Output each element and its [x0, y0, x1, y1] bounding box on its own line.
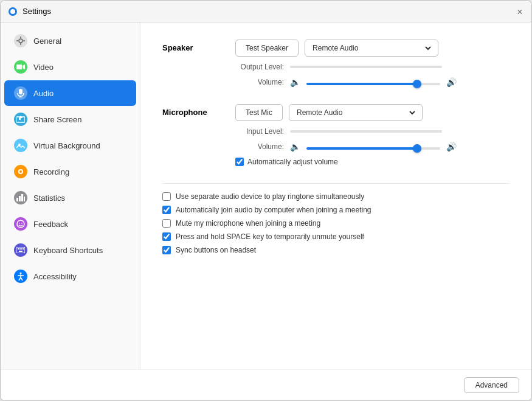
auto-adjust-row: Automatically adjust volume: [235, 158, 510, 166]
sidebar-item-accessibility[interactable]: Accessibility: [4, 263, 136, 289]
microphone-input-level-row: Input Level:: [235, 127, 510, 136]
sidebar-label-keyboard-shortcuts: Keyboard Shortcuts: [33, 246, 103, 255]
settings-window: Settings × General Video: [0, 0, 532, 401]
svg-rect-29: [23, 248, 24, 249]
speaker-volume-label: Volume:: [235, 78, 284, 86]
mute-join-label: Mute my microphone when joining a meetin…: [176, 219, 320, 228]
svg-marker-8: [22, 65, 25, 69]
app-icon: [8, 7, 18, 16]
microphone-row: Microphone Test Mic Remote Audio Input L: [162, 104, 510, 166]
svg-point-22: [17, 220, 24, 228]
sidebar-label-statistics: Statistics: [33, 194, 65, 203]
speaker-row: Speaker Test Speaker Remote Audio Output: [162, 40, 510, 87]
options-section: Use separate audio device to play ringto…: [162, 190, 510, 257]
svg-rect-26: [18, 248, 19, 249]
microphone-dropdown[interactable]: Remote Audio: [289, 104, 423, 121]
speaker-label: Speaker: [162, 40, 235, 52]
svg-point-23: [19, 223, 20, 224]
microphone-section: Microphone Test Mic Remote Audio Input L: [162, 104, 510, 166]
sidebar-label-general: General: [33, 37, 61, 46]
sidebar-label-virtual-background: Virtual Background: [33, 141, 100, 150]
speaker-controls: Test Speaker Remote Audio Output Level:: [235, 40, 510, 87]
speaker-dropdown[interactable]: Remote Audio: [305, 40, 438, 57]
svg-point-31: [20, 273, 22, 274]
sidebar-item-virtual-background[interactable]: Virtual Background: [4, 133, 136, 158]
speaker-volume-slider[interactable]: [306, 83, 440, 85]
microphone-volume-label: Volume:: [235, 142, 284, 151]
auto-adjust-label: Automatically adjust volume: [247, 158, 338, 166]
sidebar-label-recording: Recording: [33, 167, 69, 176]
svg-point-1: [10, 9, 15, 14]
speaker-slider-container: [306, 78, 440, 87]
video-icon: [14, 60, 27, 74]
test-speaker-button[interactable]: Test Speaker: [235, 40, 299, 57]
accessibility-icon: [14, 270, 27, 283]
sidebar-item-audio[interactable]: Audio: [4, 80, 136, 106]
svg-marker-13: [19, 116, 22, 120]
sidebar-label-share-screen: Share Screen: [33, 115, 82, 124]
mute-join-checkbox[interactable]: [162, 219, 171, 228]
svg-rect-7: [16, 65, 22, 69]
svg-rect-25: [16, 247, 25, 253]
microphone-volume-slider[interactable]: [306, 147, 440, 150]
microphone-slider-container: [306, 142, 440, 152]
sidebar-item-share-screen[interactable]: Share Screen: [4, 106, 136, 132]
svg-rect-20: [21, 194, 23, 201]
svg-point-2: [19, 39, 22, 43]
sidebar-item-general[interactable]: General: [4, 28, 136, 54]
microphone-select[interactable]: Remote Audio: [294, 108, 417, 117]
option-sync-buttons: Sync buttons on headset: [162, 243, 510, 257]
sidebar-item-recording[interactable]: Recording: [4, 159, 136, 184]
sidebar-label-video: Video: [33, 63, 54, 72]
sidebar-label-feedback: Feedback: [33, 220, 68, 229]
auto-adjust-checkbox[interactable]: [235, 158, 244, 166]
svg-rect-27: [19, 248, 21, 249]
spacebar-checkbox[interactable]: [162, 232, 171, 241]
svg-line-35: [21, 277, 22, 281]
microphone-input-level-bar: [290, 130, 442, 133]
sync-buttons-label: Sync buttons on headset: [176, 246, 256, 254]
microphone-mute-icon: 🔈: [290, 142, 300, 152]
main-content: Speaker Test Speaker Remote Audio Output: [140, 23, 531, 369]
svg-rect-14: [16, 142, 25, 149]
advanced-button[interactable]: Advanced: [464, 377, 519, 393]
sidebar: General Video Audio Share: [1, 23, 140, 369]
svg-point-24: [21, 223, 22, 224]
separate-audio-checkbox[interactable]: [162, 192, 171, 201]
option-auto-join: Automatically join audio by computer whe…: [162, 203, 510, 217]
svg-rect-30: [19, 251, 22, 252]
feedback-icon: [14, 217, 27, 231]
svg-line-34: [19, 277, 21, 281]
svg-point-17: [19, 170, 22, 173]
title-bar: Settings ×: [1, 1, 531, 23]
virtual-background-icon: [14, 139, 27, 152]
option-spacebar: Press and hold SPACE key to temporarily …: [162, 230, 510, 243]
sidebar-item-feedback[interactable]: Feedback: [4, 211, 136, 237]
svg-rect-21: [24, 197, 25, 201]
content-area: General Video Audio Share: [1, 23, 531, 369]
microphone-volume-icon: 🔊: [446, 142, 457, 152]
microphone-controls-top: Test Mic Remote Audio: [235, 104, 510, 121]
microphone-label: Microphone: [162, 104, 235, 117]
close-button[interactable]: ×: [516, 7, 524, 16]
auto-join-checkbox[interactable]: [162, 206, 171, 214]
speaker-select[interactable]: Remote Audio: [310, 43, 433, 53]
divider: [162, 183, 510, 184]
input-level-label: Input Level:: [235, 127, 284, 136]
spacebar-label: Press and hold SPACE key to temporarily …: [176, 232, 364, 241]
speaker-output-level-row: Output Level:: [235, 63, 510, 71]
recording-icon: [14, 165, 27, 178]
sidebar-item-statistics[interactable]: Statistics: [4, 185, 136, 211]
sidebar-item-video[interactable]: Video: [4, 54, 136, 80]
speaker-mute-icon: 🔈: [290, 77, 300, 87]
sidebar-item-keyboard-shortcuts[interactable]: Keyboard Shortcuts: [4, 237, 136, 263]
test-mic-button[interactable]: Test Mic: [235, 104, 283, 121]
sidebar-label-audio: Audio: [33, 89, 54, 98]
speaker-volume-row: Volume: 🔈 🔊: [235, 77, 510, 87]
general-icon: [14, 34, 27, 47]
microphone-volume-row: Volume: 🔈 🔊: [235, 142, 510, 152]
option-mute-join: Mute my microphone when joining a meetin…: [162, 217, 510, 230]
speaker-output-level-bar: [290, 66, 442, 68]
speaker-controls-top: Test Speaker Remote Audio: [235, 40, 510, 57]
sync-buttons-checkbox[interactable]: [162, 246, 171, 254]
